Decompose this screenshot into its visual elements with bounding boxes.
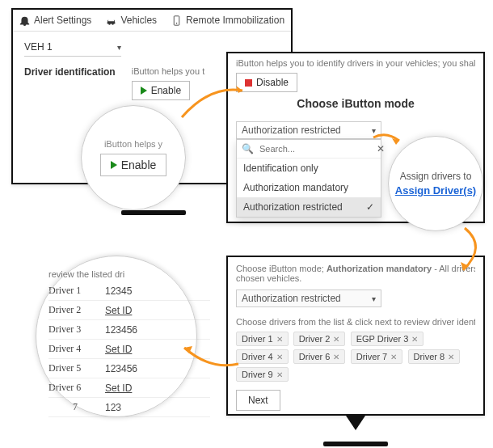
table-row: Driver 6Set ID xyxy=(48,378,210,398)
next-button[interactable]: Next xyxy=(236,390,280,411)
close-icon[interactable]: ✕ xyxy=(411,335,418,344)
callout-enable: iButton helps y Enable xyxy=(81,105,186,210)
device-icon xyxy=(171,15,182,26)
monitor-stand xyxy=(323,430,388,446)
check-icon: ✓ xyxy=(366,201,374,213)
hint-text: iButton helps you t xyxy=(132,66,205,76)
assign-drivers-window: Choose iButton mode; Authorization manda… xyxy=(226,256,485,416)
close-icon[interactable]: ✕ xyxy=(390,353,397,361)
set-id-link[interactable]: Set ID xyxy=(105,305,154,316)
enable-button-small[interactable]: Enable xyxy=(132,81,190,100)
option-authorization-mandatory[interactable]: Authorization mandatory xyxy=(237,178,381,197)
tab-vehicles[interactable]: Vehicles xyxy=(106,15,157,31)
set-id-link[interactable]: Set ID xyxy=(105,382,154,394)
callout-assign-drivers: Assign drivers to Assign Driver(s) xyxy=(388,136,483,231)
table-row: Driver 4Set ID xyxy=(48,340,210,359)
table-caption: review the listed dri xyxy=(48,267,210,281)
driver-chip[interactable]: Driver 8✕ xyxy=(408,349,461,364)
dropdown-search[interactable]: 🔍 ✕ xyxy=(237,140,381,158)
choose-drivers-text: Choose drivers from the list & click nex… xyxy=(236,317,475,327)
mode-dropdown[interactable]: Authorization restricted ▾ xyxy=(236,121,381,139)
close-icon[interactable]: ✕ xyxy=(276,353,283,361)
play-icon xyxy=(141,87,147,95)
table-row: Driver 2Set ID xyxy=(48,301,210,320)
mode-dropdown-list: 🔍 ✕ Identification only Authorization ma… xyxy=(236,139,381,218)
driver-identification-label: Driver identification xyxy=(24,66,116,78)
chevron-down-icon: ▾ xyxy=(117,43,121,52)
callout-hint: iButton helps y xyxy=(104,139,162,149)
search-icon: 🔍 xyxy=(242,143,254,154)
tab-remote-immobilization[interactable]: Remote Immobilization xyxy=(171,15,284,31)
driver-chip[interactable]: Driver 7✕ xyxy=(351,349,403,364)
driver-chip-container: Driver 1✕ Driver 2✕ EGP Driver 3✕ Driver… xyxy=(236,330,475,383)
mode-desc-2: chosen vehicles. xyxy=(236,273,475,283)
svg-point-1 xyxy=(176,22,178,23)
close-icon[interactable]: ✕ xyxy=(276,370,283,379)
car-icon xyxy=(106,15,116,26)
table-row: Driver 112345 xyxy=(48,281,210,301)
option-authorization-restricted[interactable]: Authorization restricted ✓ xyxy=(237,197,381,217)
close-icon[interactable]: ✕ xyxy=(276,335,283,344)
disable-button[interactable]: Disable xyxy=(236,73,297,92)
assign-drivers-link[interactable]: Assign Driver(s) xyxy=(395,184,476,197)
hint-text-top: iButton helps you to identify drivers in… xyxy=(236,58,475,68)
table-row: Driver 5123456 xyxy=(48,359,210,378)
close-icon[interactable]: ✕ xyxy=(377,143,385,154)
mode-desc: Choose iButton mode; Authorization manda… xyxy=(236,264,475,273)
close-icon[interactable]: ✕ xyxy=(448,353,454,361)
choose-mode-heading: Choose iButton mode xyxy=(236,97,475,110)
close-icon[interactable]: ✕ xyxy=(333,335,339,344)
vehicle-selector[interactable]: VEH 1 ▾ xyxy=(24,38,121,57)
tab-alert-settings[interactable]: Alert Settings xyxy=(19,15,91,31)
driver-chip[interactable]: Driver 9✕ xyxy=(236,367,289,382)
driver-chip[interactable]: Driver 6✕ xyxy=(293,349,346,364)
tab-bar: Alert Settings Vehicles Remote Immobiliz… xyxy=(13,10,291,32)
table-row: Driver 3123456 xyxy=(48,320,210,340)
chevron-down-icon: ▾ xyxy=(372,126,376,135)
search-input[interactable] xyxy=(258,143,373,154)
driver-table: review the listed dri Driver 112345 Driv… xyxy=(48,267,210,417)
driver-chip[interactable]: Driver 4✕ xyxy=(236,349,289,364)
mode-dropdown-readonly[interactable]: Authorization restricted ▾ xyxy=(236,290,381,307)
chevron-down-icon: ▾ xyxy=(372,294,376,303)
assign-top-text: Assign drivers to xyxy=(400,171,472,182)
stop-icon xyxy=(245,79,252,87)
driver-chip[interactable]: EGP Driver 3✕ xyxy=(351,332,424,346)
bell-icon xyxy=(19,15,30,26)
table-row: 7123 xyxy=(48,398,210,417)
play-icon xyxy=(111,161,117,169)
close-icon[interactable]: ✕ xyxy=(333,353,339,361)
set-id-link[interactable]: Set ID xyxy=(105,344,154,355)
enable-button[interactable]: Enable xyxy=(100,154,167,176)
driver-chip[interactable]: Driver 1✕ xyxy=(236,332,289,346)
driver-chip[interactable]: Driver 2✕ xyxy=(293,332,346,346)
option-identification-only[interactable]: Identification only xyxy=(237,158,381,178)
